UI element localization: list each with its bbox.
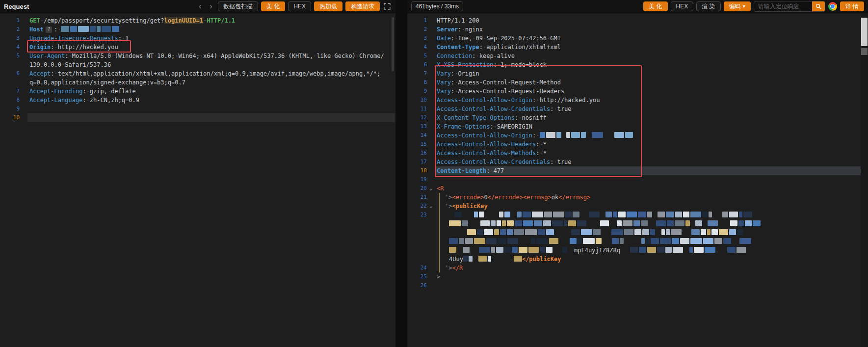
response-editor[interactable]: 1HTTP/1.1·2002Server:·nginx3Date:·Tue,·0… <box>407 13 868 347</box>
fold-toggle-icon[interactable]: ⌄ <box>427 202 435 211</box>
line-number: 13 <box>409 122 427 131</box>
line-number: 7 <box>409 69 427 78</box>
code-token: gzip,·deflate <box>90 88 136 95</box>
response-line-24[interactable]: 24'></R <box>407 264 868 272</box>
response-line-19[interactable]: 19 <box>407 175 868 184</box>
chrome-browser-icon[interactable] <box>828 2 837 11</box>
request-scrollbar[interactable] <box>392 17 394 71</box>
response-line-26[interactable]: 26 <box>407 281 868 290</box>
hex-request-button[interactable]: HEX <box>288 1 311 11</box>
size-duration-badge: 461bytes / 33ms <box>411 1 463 11</box>
line-number: 23 <box>409 211 427 219</box>
beautify-response-button[interactable]: 美 化 <box>643 1 667 11</box>
code-token: User-Agent <box>29 53 65 59</box>
response-line-13[interactable]: 13X-Frame-Options:·SAMEORIGIN <box>407 122 868 131</box>
line-content: Access-Control-Allow-Credentials:·true <box>435 158 868 166</box>
response-line-20[interactable]: 20⌄<R <box>407 184 868 193</box>
code-token: Access-Control-Allow-Methods <box>437 150 536 157</box>
packet-scan-button[interactable]: 数据包扫描 <box>218 1 258 11</box>
response-line-21[interactable]: 21'><errcode>0</errcode><errmsg>ok</errm… <box>407 193 868 202</box>
request-line-8[interactable]: 8Accept-Language:·zh-CN,zh;q=0.9 <box>0 96 395 105</box>
response-line-8[interactable]: 8Vary:·Access-Control-Request-Method <box>407 78 868 87</box>
request-line-9[interactable]: 9 <box>0 105 395 113</box>
response-line-15[interactable]: 15Access-Control-Allow-Headers:·* <box>407 140 868 149</box>
code-token: HTTP/1.1·200 <box>437 17 479 24</box>
request-line-6[interactable]: 6Accept:·text/html,application/xhtml+xml… <box>0 69 395 87</box>
request-editor[interactable]: 1GET·/emp/passport/securitysetting/get?l… <box>0 13 395 347</box>
redacted-content <box>449 229 743 235</box>
beautify-request-button[interactable]: 美 化 <box>261 1 285 11</box>
request-line-2[interactable]: 2Host?:· <box>0 25 395 34</box>
indent-guide <box>439 255 445 264</box>
gutter: 5 <box>0 52 27 69</box>
details-button[interactable]: 详 情 <box>840 1 864 11</box>
line-content: Date:·Tue,·09·Sep·2025·07:42:56·GMT <box>435 34 868 43</box>
line-number: 3 <box>2 34 20 43</box>
history-back-button[interactable]: ‹ <box>196 2 204 10</box>
response-line-17[interactable]: 17Access-Control-Allow-Credentials:·true <box>407 158 868 166</box>
fold-toggle-icon[interactable]: ⌄ <box>427 184 435 193</box>
hot-reload-button[interactable]: 热加载 <box>314 1 342 11</box>
fullscreen-button[interactable] <box>383 3 392 10</box>
response-line-6[interactable]: 6X-XSS-Protection:·1;·mode=block <box>407 60 868 69</box>
code-token: <publicKey <box>452 203 487 210</box>
panel-splitter[interactable] <box>395 0 407 347</box>
response-search-input[interactable] <box>754 1 812 11</box>
line-number: 1 <box>2 16 20 25</box>
code-token: <errcode> <box>452 194 484 201</box>
line-content: Host?:· <box>27 25 395 34</box>
line-number: 7 <box>2 87 20 96</box>
response-line-3[interactable]: 3Date:·Tue,·09·Sep·2025·07:42:56·GMT <box>407 34 868 43</box>
gutter: 26 <box>407 281 435 290</box>
render-button[interactable]: 渲 染 <box>696 1 720 11</box>
response-line-16[interactable]: 16Access-Control-Allow-Methods:·* <box>407 149 868 158</box>
response-line-4[interactable]: 4Content-Type:·application/xhtml+xml <box>407 43 868 52</box>
gutter: 15 <box>407 140 435 149</box>
response-line-12[interactable]: 12X-Content-Type-Options:·nosniff <box>407 113 868 122</box>
history-forward-button[interactable]: › <box>207 2 215 10</box>
line-number: 9 <box>409 87 427 96</box>
line-content: Upgrade-Insecure-Requests:·1 <box>27 34 395 43</box>
line-content: '><publicKey <box>435 202 868 211</box>
response-line-2[interactable]: 2Server:·nginx <box>407 25 868 34</box>
response-line-18[interactable]: 18Content-Length:·477 <box>407 166 868 175</box>
request-line-5[interactable]: 5User-Agent:·Mozilla/5.0·(Windows·NT·10.… <box>0 52 395 69</box>
line-number: 9 <box>2 105 20 113</box>
code-token: loginUUID=1 <box>164 17 203 24</box>
request-title: Request <box>4 3 29 10</box>
code-token: text/html,application/xhtml+xml,applicat… <box>58 70 380 77</box>
search-icon <box>815 3 821 9</box>
gutter: 22⌄ <box>407 202 435 211</box>
code-token: http://hacked.you <box>58 44 118 51</box>
gutter: 6 <box>0 69 27 87</box>
code-token: :· <box>486 167 493 174</box>
host-hint-badge[interactable]: ? <box>46 27 52 33</box>
line-number: 11 <box>409 105 427 113</box>
response-line-23[interactable]: 23mpF4uyjIZ8Z8q4Uuy</publicKey <box>407 211 868 264</box>
request-line-10[interactable]: 10 <box>0 113 395 122</box>
construct-request-button[interactable]: 构造请求 <box>345 1 380 11</box>
code-token: :· <box>82 97 89 104</box>
request-line-3[interactable]: 3Upgrade-Insecure-Requests:·1 <box>0 34 395 43</box>
code-token: Host <box>29 26 44 33</box>
response-line-14[interactable]: 14Access-Control-Allow-Origin:· <box>407 131 868 140</box>
hex-response-button[interactable]: HEX <box>671 1 694 11</box>
response-line-7[interactable]: 7Vary:·Origin <box>407 69 868 78</box>
response-line-25[interactable]: 25> <box>407 272 868 281</box>
response-line-9[interactable]: 9Vary:·Access-Control-Request-Headers <box>407 87 868 96</box>
request-line-7[interactable]: 7Accept-Encoding:·gzip,·deflate <box>0 87 395 96</box>
response-panel: 461bytes / 33ms 美 化 HEX 渲 染 编码 ▾ 详 情 <box>407 0 868 347</box>
response-line-5[interactable]: 5Connection:·keep-alive <box>407 52 868 60</box>
encode-dropdown-button[interactable]: 编码 ▾ <box>724 1 751 11</box>
request-line-4[interactable]: 4Origin:·http://hacked.you <box>0 43 395 52</box>
request-line-1[interactable]: 1GET·/emp/passport/securitysetting/get?l… <box>0 16 395 25</box>
request-toolbar-group: ‹ › 数据包扫描 美 化 HEX 热加载 构造请求 <box>196 1 392 11</box>
gutter: 12 <box>407 113 435 122</box>
search-button[interactable] <box>812 1 825 11</box>
response-line-1[interactable]: 1HTTP/1.1·200 <box>407 16 868 25</box>
response-line-22[interactable]: 22⌄'><publicKey <box>407 202 868 211</box>
minimap-block <box>861 18 868 46</box>
minimap[interactable] <box>861 14 868 347</box>
response-line-11[interactable]: 11Access-Control-Allow-Credentials:·true <box>407 105 868 113</box>
response-line-10[interactable]: 10Access-Control-Allow-Origin:·http://ha… <box>407 96 868 105</box>
